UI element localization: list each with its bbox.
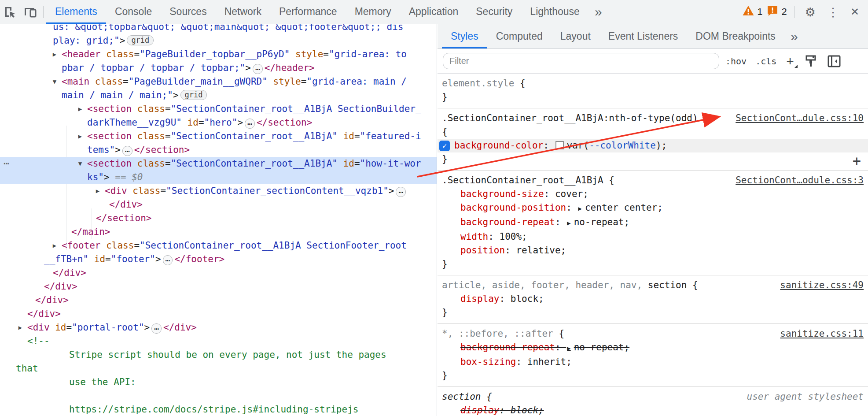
expand-arrow-closed-icon[interactable]: ▶ [50, 239, 59, 253]
declaration-checkbox[interactable]: ✓ [439, 141, 450, 151]
dom-tree-row[interactable]: ▶<header class="PageBuilder_topbar__pP6y… [0, 48, 437, 61]
css-declaration[interactable]: box-sizing: inherit; [442, 355, 864, 369]
ellipsis-expand-button[interactable]: … [163, 255, 173, 265]
toggle-class-button[interactable]: .cls [755, 56, 776, 67]
tab-performance[interactable]: Performance [270, 0, 346, 24]
property-name[interactable]: background-repeat [460, 217, 555, 227]
tab-security[interactable]: Security [467, 0, 521, 24]
dom-tree-row[interactable]: https://stripe.com/docs/stripe.js#includ… [0, 403, 437, 416]
dom-tree-row[interactable]: ▶<section class="SectionContainer_root__… [0, 130, 437, 143]
tab-memory[interactable]: Memory [346, 0, 400, 24]
kebab-menu-icon[interactable]: ⋮ [824, 5, 842, 19]
grid-badge[interactable]: grid [180, 90, 207, 100]
dom-tree-row[interactable]: use the API: [0, 375, 437, 389]
inspect-element-icon[interactable] [0, 0, 20, 24]
css-declaration[interactable]: background-repeat: ▶no-repeat; [442, 215, 864, 230]
dom-tree-row[interactable]: play: grid;">grid [0, 34, 437, 48]
dom-tree-row[interactable]: that [0, 362, 437, 375]
dom-tree-row[interactable]: ▶<section class="SectionContainer_root__… [0, 102, 437, 116]
expand-arrow-closed-icon[interactable]: ▶ [76, 130, 85, 143]
dom-tree-row[interactable]: <!-- [0, 334, 437, 348]
issues-counter[interactable]: 2 [767, 5, 787, 19]
close-icon[interactable]: ✕ [847, 6, 863, 18]
rendering-emulation-icon[interactable] [805, 55, 817, 68]
css-declaration[interactable]: width: 100%; [442, 230, 864, 244]
ellipsis-expand-button[interactable]: … [151, 323, 162, 334]
ellipsis-expand-button[interactable]: … [122, 146, 132, 156]
property-name[interactable]: position [460, 245, 505, 256]
expand-value-icon[interactable]: ▶ [567, 345, 570, 352]
dom-tree-row[interactable]: </div> [0, 280, 437, 293]
tab-sources[interactable]: Sources [161, 0, 215, 24]
property-name[interactable]: background-size [460, 189, 544, 199]
dom-tree-row[interactable]: ▶<footer class="SectionContainer_root__A… [0, 239, 437, 253]
settings-gear-icon[interactable]: ⚙ [802, 5, 819, 19]
row-menu-dots-icon[interactable]: ⋯ [4, 157, 10, 171]
expand-arrow-closed-icon[interactable]: ▶ [93, 184, 102, 198]
tab-elements[interactable]: Elements [46, 0, 106, 24]
property-name[interactable]: background-repeat [460, 342, 555, 353]
more-tabs-button[interactable]: » [588, 1, 608, 23]
sidebar-tab-event-listeners[interactable]: Event Listeners [600, 24, 687, 48]
expand-value-icon[interactable]: ▶ [567, 219, 570, 227]
stylesheet-source-link[interactable]: sanitize.css:11 [780, 327, 864, 341]
tab-console[interactable]: Console [106, 0, 161, 24]
device-toolbar-icon[interactable] [20, 0, 40, 24]
property-name[interactable]: box-sizing [460, 357, 516, 367]
dom-tree-row[interactable]: darkTheme__vzg9U" id="hero">…</section> [0, 116, 437, 130]
dom-tree-row[interactable]: __fTB+n" id="footer">…</footer> [0, 253, 437, 266]
css-variable-link[interactable]: --colorWhite [589, 140, 656, 151]
css-declaration[interactable]: display: block; [442, 404, 864, 416]
expand-arrow-closed-icon[interactable]: ▶ [50, 48, 59, 61]
expand-arrow-open-icon[interactable]: ▼ [76, 157, 85, 171]
expand-arrow-closed-icon[interactable]: ▶ [16, 321, 25, 334]
css-declaration[interactable]: background-repeat: ▶no-repeat; [442, 341, 864, 355]
stylesheet-source-link[interactable]: SectionCont…odule.css:3 [736, 174, 864, 187]
toggle-sidebar-icon[interactable] [828, 55, 841, 67]
property-name[interactable]: width [460, 231, 488, 242]
dom-tree-row[interactable]: tems">…</section> [0, 143, 437, 157]
dom-tree-row[interactable]: </main> [0, 225, 437, 239]
tab-network[interactable]: Network [216, 0, 270, 24]
css-declaration[interactable]: display: block; [442, 292, 864, 306]
dom-tree-row[interactable]: </div> [0, 198, 437, 212]
stylesheet-source-link[interactable]: SectionCont…dule.css:10 [736, 111, 864, 125]
ellipsis-expand-button[interactable]: … [396, 187, 406, 197]
dom-tree-row[interactable]: </div> [0, 307, 437, 321]
dom-tree-row[interactable]: </section> [0, 212, 437, 225]
ellipsis-expand-button[interactable]: … [245, 119, 255, 129]
styles-filter-input[interactable] [443, 53, 719, 69]
tab-lighthouse[interactable]: Lighthouse [521, 0, 588, 24]
sidebar-tab-dom-breakpoints[interactable]: DOM Breakpoints [687, 24, 784, 48]
expand-arrow-open-icon[interactable]: ▼ [50, 75, 59, 89]
sidebar-more-tabs-button[interactable]: » [784, 26, 804, 48]
stylesheet-source-link[interactable]: sanitize.css:49 [780, 279, 864, 292]
sidebar-tab-computed[interactable]: Computed [487, 24, 552, 48]
property-name[interactable]: background-position [460, 202, 566, 213]
expand-arrow-closed-icon[interactable]: ▶ [76, 102, 85, 116]
tab-application[interactable]: Application [400, 0, 467, 24]
ellipsis-expand-button[interactable]: … [253, 64, 263, 74]
add-declaration-button[interactable]: + [853, 154, 861, 167]
dom-tree-row[interactable]: us: &quot;topbar&quot; &quot;main&quot; … [0, 24, 437, 34]
sidebar-tab-layout[interactable]: Layout [552, 24, 600, 48]
new-style-rule-button[interactable]: + [786, 55, 794, 68]
dom-tree-row[interactable]: Stripe script should be on every page, n… [0, 348, 437, 362]
warning-counter[interactable]: 1 [743, 5, 762, 19]
property-name[interactable]: background-color [454, 140, 543, 151]
property-name[interactable]: display [460, 293, 500, 304]
dom-tree-row[interactable] [0, 389, 437, 403]
css-declaration[interactable]: ✓background-color: var(--colorWhite); [438, 139, 868, 152]
toggle-hover-state-button[interactable]: :hov [725, 56, 747, 67]
sidebar-tab-styles[interactable]: Styles [442, 24, 487, 48]
dom-tree-row[interactable]: ▶<div id="portal-root">…</div> [0, 321, 437, 334]
dom-tree-row[interactable]: ▼<main class="PageBuilder_main__gWQRD" s… [0, 75, 437, 89]
dom-tree-row[interactable]: pbar / topbar / topbar / topbar;">…</hea… [0, 61, 437, 75]
css-declaration[interactable]: background-position: ▶center center; [442, 201, 864, 215]
grid-badge[interactable]: grid [127, 35, 154, 45]
css-declaration[interactable]: background-size: cover; [442, 187, 864, 201]
property-name[interactable]: display [460, 405, 500, 416]
dom-tree-row[interactable]: </div> [0, 293, 437, 307]
css-declaration[interactable]: position: relative; [442, 244, 864, 257]
color-swatch[interactable] [555, 141, 564, 149]
